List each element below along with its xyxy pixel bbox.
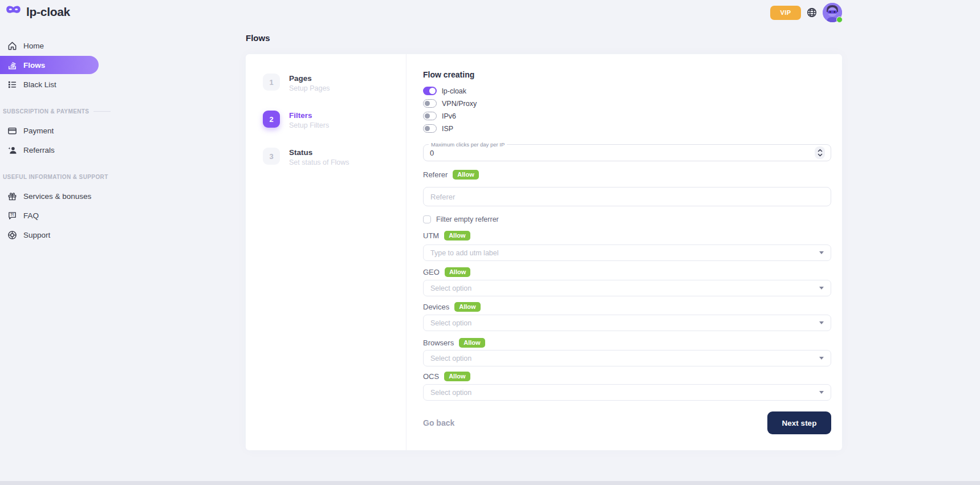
- language-globe-icon[interactable]: [806, 7, 818, 18]
- step-subtitle: Setup Pages: [289, 84, 330, 92]
- step-status[interactable]: 3 Status Set status of Flows: [263, 148, 406, 166]
- browsers-allow-badge[interactable]: Allow: [459, 338, 485, 348]
- main-content: Flows 1 Pages Setup Pages 2 Filters Setu…: [246, 25, 842, 450]
- step-number-badge: 1: [263, 74, 280, 91]
- home-icon: [7, 40, 17, 51]
- page-title: Flows: [246, 33, 842, 43]
- step-filters[interactable]: 2 Filters Setup Filters: [263, 111, 406, 129]
- step-title: Pages: [289, 74, 330, 83]
- referral-user-icon: [7, 145, 17, 155]
- online-status-dot: [836, 17, 843, 23]
- sidebar-item-label: Referrals: [23, 146, 55, 154]
- step-number-badge: 2: [263, 111, 280, 128]
- sidebar-item-label: Services & bonuses: [23, 192, 91, 201]
- sidebar-item-black-list[interactable]: Black List: [0, 75, 99, 93]
- sidebar-item-label: Home: [23, 42, 44, 50]
- ocs-allow-badge[interactable]: Allow: [444, 372, 470, 381]
- filter-empty-referrer-row[interactable]: Filter empty referrer: [423, 215, 831, 223]
- isp-toggle[interactable]: [423, 124, 437, 133]
- toggle-row-lp-cloak[interactable]: lp-cloak: [423, 87, 831, 95]
- max-clicks-label: Maximum clicks per day per IP: [429, 141, 507, 148]
- referer-label-row: Referer Allow: [423, 170, 831, 180]
- utm-label-row: UTM Allow: [423, 231, 831, 241]
- devices-allow-badge[interactable]: Allow: [454, 302, 480, 312]
- geo-select[interactable]: Select option: [423, 280, 831, 296]
- devices-label: Devices: [423, 303, 449, 311]
- step-title: Filters: [289, 111, 329, 120]
- bottom-strip: [0, 481, 980, 485]
- sidebar-item-services[interactable]: Services & bonuses: [0, 187, 99, 205]
- flows-icon: [7, 60, 17, 70]
- filter-empty-referrer-checkbox[interactable]: [423, 215, 431, 223]
- topbar-actions: VIP: [770, 0, 842, 25]
- faq-bubble-icon: ?!: [7, 210, 17, 221]
- sidebar-section-subscription: SUBSCRIPTION & PAYMENTS: [0, 108, 114, 115]
- toggle-row-vpn-proxy[interactable]: VPN/Proxy: [423, 99, 831, 108]
- section-rule: [93, 111, 111, 112]
- sidebar-item-label: FAQ: [23, 211, 39, 220]
- sidebar-item-label: Flows: [23, 61, 45, 70]
- toggle-label: IPv6: [442, 112, 456, 120]
- sidebar-item-support[interactable]: Support: [0, 226, 99, 244]
- ocs-label-row: OCS Allow: [423, 372, 831, 381]
- sidebar-item-referrals[interactable]: Referrals: [0, 141, 99, 159]
- toggle-row-isp[interactable]: ISP: [423, 124, 831, 133]
- sidebar-item-label: Payment: [23, 127, 54, 135]
- step-subtitle: Setup Filters: [289, 121, 329, 129]
- browsers-label: Browsers: [423, 339, 454, 347]
- utm-label: UTM: [423, 231, 439, 240]
- step-number-badge: 3: [263, 148, 280, 165]
- flow-card: 1 Pages Setup Pages 2 Filters Setup Filt…: [246, 54, 842, 450]
- chevron-down-icon: [819, 251, 824, 254]
- vpn-proxy-toggle[interactable]: [423, 99, 437, 108]
- lp-cloak-toggle[interactable]: [423, 87, 437, 95]
- form-footer: Go back Next step: [423, 411, 831, 434]
- sidebar-item-payment[interactable]: Payment: [0, 121, 99, 140]
- ocs-select[interactable]: Select option: [423, 384, 831, 401]
- list-icon: [7, 79, 17, 89]
- browsers-select[interactable]: Select option: [423, 350, 831, 366]
- sidebar-item-label: Support: [23, 231, 50, 239]
- ipv6-toggle[interactable]: [423, 112, 437, 120]
- toggle-label: lp-cloak: [442, 87, 466, 95]
- max-clicks-input[interactable]: [430, 149, 544, 157]
- number-stepper-icon[interactable]: [815, 146, 825, 159]
- topbar: lp-cloak VIP: [0, 0, 980, 25]
- checkbox-label: Filter empty referrer: [436, 215, 499, 223]
- sidebar-item-flows[interactable]: Flows: [0, 56, 99, 74]
- chevron-down-icon: [819, 321, 824, 324]
- devices-select[interactable]: Select option: [423, 315, 831, 331]
- devices-label-row: Devices Allow: [423, 302, 831, 312]
- step-title: Status: [289, 148, 349, 157]
- geo-label: GEO: [423, 268, 440, 276]
- vip-button[interactable]: VIP: [770, 6, 801, 20]
- wizard-steps-panel: 1 Pages Setup Pages 2 Filters Setup Filt…: [246, 54, 406, 450]
- toggle-label: ISP: [442, 125, 453, 133]
- sidebar-item-faq[interactable]: ?! FAQ: [0, 206, 99, 225]
- step-subtitle: Set status of Flows: [289, 158, 349, 166]
- referer-allow-badge[interactable]: Allow: [453, 170, 478, 180]
- utm-allow-badge[interactable]: Allow: [444, 231, 470, 241]
- toggle-label: VPN/Proxy: [442, 100, 477, 108]
- referer-input[interactable]: [423, 187, 831, 206]
- app-logo[interactable]: lp-cloak: [6, 5, 70, 19]
- filters-form: Flow creating lp-cloak VPN/Proxy IPv6 IS…: [406, 54, 842, 450]
- step-pages[interactable]: 1 Pages Setup Pages: [263, 74, 406, 92]
- toggle-row-ipv6[interactable]: IPv6: [423, 112, 831, 120]
- geo-allow-badge[interactable]: Allow: [445, 267, 470, 277]
- logo-text: lp-cloak: [26, 5, 70, 19]
- max-clicks-field: Maximum clicks per day per IP: [423, 141, 831, 161]
- svg-text:?!: ?!: [10, 213, 13, 217]
- next-step-button[interactable]: Next step: [767, 411, 831, 434]
- chevron-down-icon: [819, 357, 824, 360]
- sidebar-item-home[interactable]: Home: [0, 36, 99, 55]
- user-avatar[interactable]: [823, 3, 842, 22]
- sidebar-section-support: USEFUL INFORMATION & SUPPORT: [0, 174, 114, 180]
- utm-select[interactable]: Type to add utm label: [423, 244, 831, 261]
- gift-icon: [7, 191, 17, 201]
- chevron-down-icon: [819, 391, 824, 394]
- lifebuoy-icon: [7, 230, 17, 240]
- go-back-button[interactable]: Go back: [423, 418, 454, 427]
- mask-icon: [6, 5, 21, 19]
- sidebar: Home Flows Black List SUBSCRIPTION & PAY…: [0, 25, 114, 245]
